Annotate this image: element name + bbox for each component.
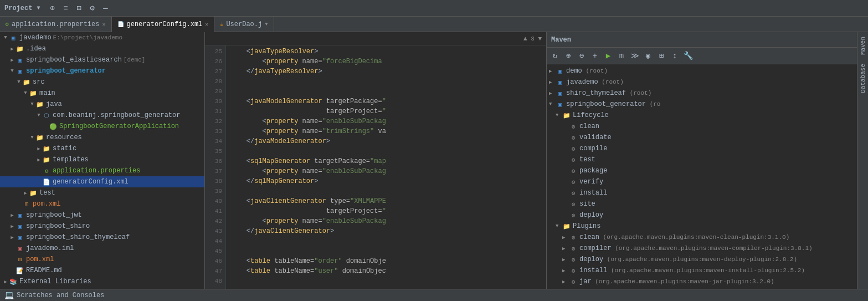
maven-panel: Maven ↻ ⊕ ⊖ + ▶ m ≫ ◉ ⊞ ↕ 🔧 ▶ ▣ demo (ro… [547, 32, 857, 289]
editor-tab-bar: ⚙ application.properties ✕ 📄 generatorCo… [0, 17, 868, 32]
arrow-clean-plugin: ▶ [562, 234, 569, 241]
structure-icon[interactable]: ≡ [60, 3, 71, 14]
suffix-clean-plugin: (org.apache.maven.plugins:maven-clean-pl… [599, 234, 789, 241]
maven-item-verify[interactable]: ⚙ verify [547, 176, 857, 187]
maven-item-install-plugin[interactable]: ▶ ⚙ install (org.apache.maven.plugins:ma… [547, 265, 857, 276]
tab-close-application-properties[interactable]: ✕ [102, 21, 105, 28]
tree-item-pom-generator[interactable]: m pom.xml [0, 198, 204, 210]
tree-item-springboot-shiro-thymeleaf[interactable]: ▶ ▣ springboot_shiro_thymeleaf [0, 232, 204, 243]
tab-userdao-java[interactable]: ☕ UserDao.j ▼ [214, 17, 274, 32]
label-main: main [39, 89, 55, 97]
tree-item-application-properties[interactable]: ⚙ application.properties [0, 165, 204, 176]
maven-lifecycle-icon[interactable]: ◉ [642, 50, 654, 62]
maven-run-icon[interactable]: ▶ [602, 50, 614, 62]
maven-item-compiler-plugin[interactable]: ▶ ⚙ compiler (org.apache.maven.plugins:m… [547, 243, 857, 254]
maven-skip-icon[interactable]: ≫ [629, 50, 641, 62]
class-icon-springboot-app: 🟢 [49, 122, 58, 131]
maven-item-plugins[interactable]: ▼ 📁 Plugins [547, 221, 857, 232]
code-line-37: <property name="enableSubPackag [230, 166, 542, 176]
maven-item-package[interactable]: ⚙ package [547, 165, 857, 176]
label-compile: compile [579, 145, 607, 152]
label-shiro-thymeleaf-maven: shiro_thymeleaf [566, 89, 626, 97]
maven-settings-icon[interactable]: 🔧 [682, 50, 694, 62]
tab-dropdown-arrow[interactable]: ▼ [265, 22, 268, 27]
maven-item-compile[interactable]: ⚙ compile [547, 143, 857, 154]
maven-toolbar: ↻ ⊕ ⊖ + ▶ m ≫ ◉ ⊞ ↕ 🔧 [547, 48, 857, 64]
tree-item-com-beaninj[interactable]: ▼ ⬡ com.beaninj.springboot_generator [0, 110, 204, 121]
tab-application-properties[interactable]: ⚙ application.properties ✕ [0, 17, 112, 32]
maven-item-deploy[interactable]: ⚙ deploy [547, 210, 857, 221]
folder-icon-main: 📁 [29, 89, 38, 98]
tree-item-static[interactable]: ▶ 📁 static [0, 143, 204, 154]
code-line-35 [230, 146, 542, 156]
maven-item-shiro-thymeleaf-root[interactable]: ▶ ▣ shiro_thymeleaf (root) [547, 88, 857, 99]
arrow-plugins: ▼ [556, 223, 562, 229]
tab-generatorconfig-xml[interactable]: 📄 generatorConfig.xml ✕ [112, 17, 215, 32]
maven-m-icon[interactable]: m [615, 50, 628, 62]
folder-icon-lifecycle: 📁 [562, 111, 571, 120]
maven-add-icon[interactable]: ⊕ [562, 50, 574, 62]
tree-item-springboot-app[interactable]: 🟢 SpringbootGeneratorApplication [0, 121, 204, 132]
module-icon-demo: ▣ [556, 67, 564, 75]
label-generatorconfig-xml: generatorConfig.xml [53, 178, 129, 186]
code-editor-panel: ▲ 3 ▼ 2526272829 3031323334 3536373839 4… [205, 32, 547, 289]
collapse-icon[interactable]: ⊟ [73, 3, 84, 14]
code-line-40: <javaClientGenerator type="XMLMAPPE [230, 196, 542, 206]
scratches-icon: 💻 [4, 290, 14, 300]
toolbar-icons: ⊕ ≡ ⊟ ⚙ — [47, 3, 111, 14]
maven-item-javademo-root[interactable]: ▶ ▣ javademo (root) [547, 76, 857, 88]
code-display[interactable]: <javaTypeResolver> <property name="force… [226, 45, 546, 289]
suffix-jar-plugin: (org.apache.maven.plugins:maven-jar-plug… [592, 278, 774, 285]
minimize-icon[interactable]: — [100, 3, 111, 14]
arrow-springboot-gen-maven: ▼ [549, 101, 556, 107]
tree-item-springboot-shiro[interactable]: ▶ ▣ springboot_shiro [0, 221, 204, 232]
project-dropdown-arrow[interactable]: ▼ [37, 5, 40, 11]
editor-header: ▲ 3 ▼ [205, 32, 546, 45]
tree-item-springboot-generator[interactable]: ▼ ▣ springboot_generator [0, 65, 204, 76]
tree-item-springboot-jwt[interactable]: ▶ ▣ springboot_jwt [0, 210, 204, 221]
maven-remove-icon[interactable]: ⊖ [576, 50, 588, 62]
folder-icon-static: 📁 [42, 144, 51, 153]
tree-item-javademo-root[interactable]: ▼ ▣ javademo E:\project\javademo [0, 32, 204, 43]
maven-add2-icon[interactable]: + [589, 50, 601, 62]
tree-item-src[interactable]: ▼ 📁 src [0, 76, 204, 88]
tree-item-pom-root[interactable]: m pom.xml [0, 254, 204, 265]
maven-modules-icon[interactable]: ⊞ [655, 50, 667, 62]
label-install-plugin: install [579, 267, 607, 274]
maven-item-springboot-generator-root[interactable]: ▼ ▣ springboot_generator (ro [547, 99, 857, 110]
tree-item-external-libraries[interactable]: ▶ 📚 External Libraries [0, 276, 204, 287]
maven-item-clean[interactable]: ⚙ clean [547, 121, 857, 132]
maven-item-test[interactable]: ⚙ test [547, 154, 857, 165]
tree-item-springboot-elasticsearch[interactable]: ▶ ▣ springboot_elasticsearch [demo] [0, 54, 204, 65]
tab-close-generatorconfig-xml[interactable]: ✕ [205, 21, 208, 28]
add-content-icon[interactable]: ⊕ [47, 3, 58, 14]
code-line-47: <table tableName="user" domainObjec [230, 266, 542, 276]
maven-item-deploy-plugin[interactable]: ▶ ⚙ deploy (org.apache.maven.plugins:mav… [547, 254, 857, 265]
label-package: package [579, 167, 607, 175]
maven-sort-icon[interactable]: ↕ [669, 50, 681, 62]
maven-panel-title: Maven [547, 36, 576, 44]
label-install: install [579, 189, 607, 197]
tree-item-main[interactable]: ▼ 📁 main [0, 88, 204, 99]
arrow-java: ▼ [29, 101, 35, 107]
maven-item-demo-root[interactable]: ▶ ▣ demo (root) [547, 65, 857, 76]
maven-item-jar-plugin[interactable]: ▶ ⚙ jar (org.apache.maven.plugins:maven-… [547, 276, 857, 287]
tree-item-readme[interactable]: 📝 README.md [0, 265, 204, 276]
maven-item-clean-plugin[interactable]: ▶ ⚙ clean (org.apache.maven.plugins:mave… [547, 232, 857, 243]
maven-refresh-icon[interactable]: ↻ [549, 50, 561, 62]
tree-item-test[interactable]: ▶ 📁 test [0, 187, 204, 198]
tree-item-templates[interactable]: ▶ 📁 templates [0, 154, 204, 165]
tree-item-generatorconfig-xml[interactable]: 📄 generatorConfig.xml [0, 176, 204, 187]
maven-item-lifecycle[interactable]: ▼ 📁 Lifecycle [547, 110, 857, 121]
maven-item-validate[interactable]: ⚙ validate [547, 132, 857, 143]
side-tab-database[interactable]: Database [857, 59, 869, 98]
settings-icon[interactable]: ⚙ [86, 3, 97, 14]
maven-item-site[interactable]: ⚙ site [547, 198, 857, 210]
maven-item-install[interactable]: ⚙ install [547, 187, 857, 198]
tree-item-idea[interactable]: ▶ 📁 .idea [0, 43, 204, 54]
tree-item-javademo-iml[interactable]: ▣ javademo.iml [0, 243, 204, 254]
tree-item-java[interactable]: ▼ 📁 java [0, 99, 204, 110]
label-springboot-shiro: springboot_shiro [26, 222, 90, 230]
tree-item-resources[interactable]: ▼ 📁 resources [0, 132, 204, 143]
side-tab-maven[interactable]: Maven [857, 32, 869, 59]
